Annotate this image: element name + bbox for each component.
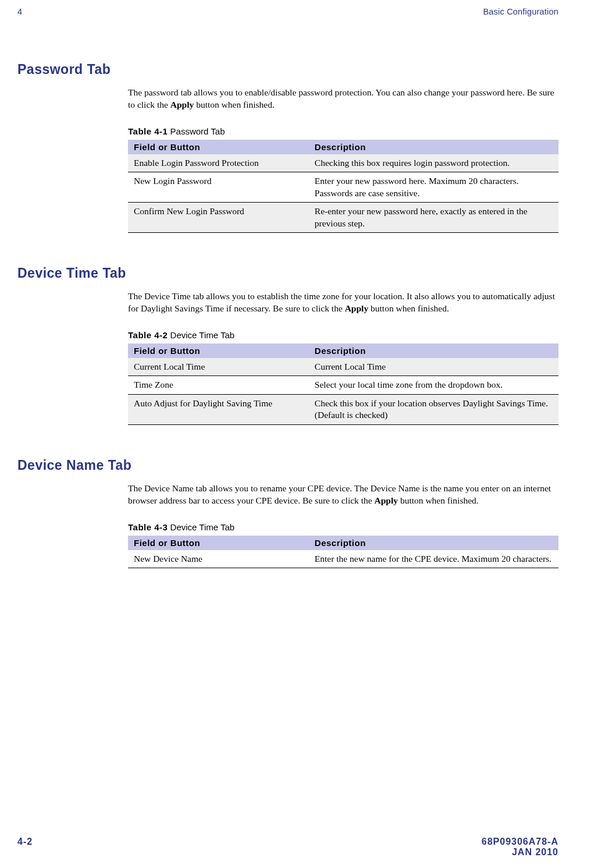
table-cell-desc: Check this box if your location observes…: [309, 394, 558, 424]
table-cell-desc: Re-enter your new password here, exactly…: [309, 203, 558, 233]
para-text-post: button when finished.: [368, 303, 449, 313]
para-text-post: button when finished.: [194, 100, 275, 109]
table-caption-title: Password Tab: [170, 126, 225, 136]
table-caption-prefix: Table 4-3: [128, 522, 168, 532]
table-cell-field: New Device Name: [128, 550, 309, 568]
section-paragraph: The password tab allows you to enable/di…: [128, 87, 558, 111]
table-cell-desc: Select your local time zone from the dro…: [309, 376, 558, 394]
header-chapter-title: Basic Configuration: [483, 7, 558, 16]
page-footer: 4-2 68P09306A78-A JAN 2010: [17, 837, 558, 858]
page-header: 4 Basic Configuration: [17, 7, 558, 16]
table-header-description: Description: [309, 343, 558, 358]
table-cell-field: Confirm New Login Password: [128, 203, 309, 233]
table-cell-field: Time Zone: [128, 376, 309, 394]
header-chapter-number: 4: [17, 7, 22, 16]
table-cell-field: Current Local Time: [128, 358, 309, 376]
table-cell-field: Auto Adjust for Daylight Saving Time: [128, 394, 309, 424]
table-header-field: Field or Button: [128, 140, 309, 154]
table-caption-prefix: Table 4-2: [128, 330, 168, 340]
section-paragraph: The Device Name tab allows you to rename…: [128, 483, 558, 507]
device-name-tab-table: Field or Button Description New Device N…: [128, 536, 558, 568]
table-cell-desc: Enter the new name for the CPE device. M…: [309, 550, 558, 568]
device-time-tab-table: Field or Button Description Current Loca…: [128, 343, 558, 425]
table-row: Current Local Time Current Local Time: [128, 358, 558, 376]
para-text-bold: Apply: [345, 303, 369, 313]
table-cell-desc: Enter your new password here. Maximum 20…: [309, 172, 558, 203]
table-caption-title: Device Time Tab: [170, 330, 235, 340]
password-tab-table: Field or Button Description Enable Login…: [128, 140, 558, 233]
table-cell-desc: Checking this box requires login passwor…: [309, 154, 558, 172]
footer-docnum: 68P09306A78-A: [482, 837, 558, 847]
table-header-description: Description: [309, 140, 558, 154]
table-row: New Login Password Enter your new passwo…: [128, 172, 558, 203]
para-text-pre: The Device Name tab allows you to rename…: [128, 483, 551, 505]
table-header-description: Description: [309, 536, 558, 550]
table-header-row: Field or Button Description: [128, 140, 558, 154]
table-header-field: Field or Button: [128, 536, 309, 550]
table-header-field: Field or Button: [128, 343, 309, 358]
table-cell-field: Enable Login Password Protection: [128, 154, 309, 172]
table-caption: Table 4-2 Device Time Tab: [128, 330, 558, 340]
footer-date: JAN 2010: [482, 847, 558, 858]
table-caption: Table 4-1 Password Tab: [128, 126, 558, 136]
table-row: Time Zone Select your local time zone fr…: [128, 376, 558, 394]
table-row: Enable Login Password Protection Checkin…: [128, 154, 558, 172]
para-text-bold: Apply: [170, 100, 194, 109]
section-paragraph: The Device Time tab allows you to establ…: [128, 290, 558, 315]
para-text-post: button when finished.: [398, 495, 479, 505]
table-row: Confirm New Login Password Re-enter your…: [128, 203, 558, 233]
table-cell-desc: Current Local Time: [309, 358, 558, 376]
table-caption: Table 4-3 Device Time Tab: [128, 522, 558, 532]
section-heading-device-time-tab: Device Time Tab: [17, 265, 558, 281]
table-header-row: Field or Button Description: [128, 343, 558, 358]
footer-page-number: 4-2: [17, 837, 33, 858]
section-heading-device-name-tab: Device Name Tab: [17, 458, 558, 473]
table-caption-prefix: Table 4-1: [128, 126, 168, 136]
table-row: New Device Name Enter the new name for t…: [128, 550, 558, 568]
para-text-bold: Apply: [375, 495, 398, 505]
table-row: Auto Adjust for Daylight Saving Time Che…: [128, 394, 558, 424]
section-heading-password-tab: Password Tab: [17, 62, 558, 77]
table-header-row: Field or Button Description: [128, 536, 558, 550]
para-text-pre: The Device Time tab allows you to establ…: [128, 291, 555, 313]
table-caption-title: Device Time Tab: [170, 522, 235, 532]
table-cell-field: New Login Password: [128, 172, 309, 203]
